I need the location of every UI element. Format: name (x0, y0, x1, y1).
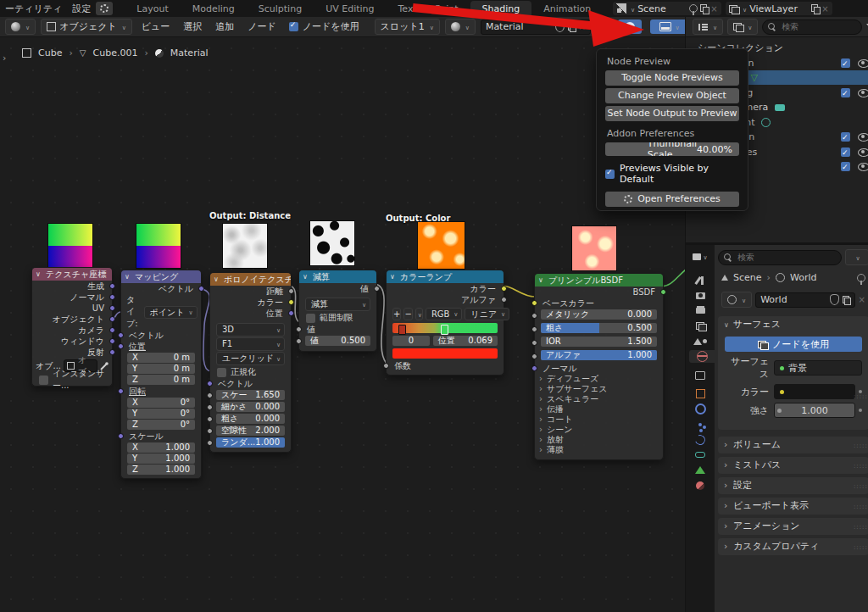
node-header[interactable]: カラーランプ (387, 270, 504, 283)
scale-z-field[interactable]: Z1.000 (127, 465, 195, 475)
breadcrumb-world[interactable]: World (790, 272, 817, 283)
math-operation-dropdown[interactable]: 減算 (305, 298, 370, 311)
exclude-checkbox[interactable] (841, 58, 850, 68)
exclude-checkbox[interactable] (841, 132, 850, 142)
voronoi-roughness-field[interactable]: 粗さ0.000 (216, 414, 285, 424)
exclude-checkbox[interactable] (841, 147, 850, 157)
node-header[interactable]: マッピング (121, 270, 201, 283)
strength-field[interactable]: 1.000 (774, 403, 855, 418)
properties-tab-world[interactable] (689, 350, 715, 363)
from-instancer-checkbox[interactable] (39, 376, 48, 385)
settings-gear-button[interactable] (96, 2, 113, 15)
properties-options-dropdown[interactable] (845, 249, 868, 265)
thumbnail-scale-slider[interactable]: Thumbnail Scale 40.00% (605, 142, 739, 156)
change-preview-object-button[interactable]: Change Preview Object (605, 88, 739, 103)
node-header[interactable]: プリンシプルBSDF (535, 274, 663, 287)
close-icon[interactable]: × (579, 22, 586, 31)
voronoi-scale-field[interactable]: スケール1.650 (216, 390, 285, 400)
properties-search-input[interactable] (736, 252, 824, 263)
node-principled-bsdf[interactable]: プリンシプルBSDF BSDF ベースカラー メタリック0.000 粗さ0.50… (534, 273, 664, 460)
node-color-ramp[interactable]: カラーランプ カラー アルファ + − RGB リニア 0 位置0.069 係数 (386, 270, 504, 376)
socket[interactable] (109, 305, 115, 311)
tab-layout[interactable]: Layout (125, 1, 180, 17)
socket[interactable] (531, 340, 537, 346)
node-math-subtract[interactable]: 減算 値 減算 範囲制限 値 値0.500 (298, 270, 377, 352)
location-y-field[interactable]: Y0 m (127, 364, 195, 374)
socket[interactable] (118, 433, 124, 439)
properties-tab-constraints[interactable] (691, 448, 709, 461)
roughness-slider[interactable]: 粗さ0.500 (541, 323, 657, 333)
tab-texture-paint[interactable]: Texture Paint (387, 1, 470, 17)
overlay-toggle-button[interactable] (591, 19, 615, 35)
socket[interactable] (660, 289, 666, 295)
mapping-type-dropdown[interactable]: ポイント (144, 306, 198, 319)
properties-editor-type-button[interactable] (691, 250, 709, 263)
copy-icon[interactable] (843, 296, 850, 304)
voronoi-detail-field[interactable]: 細かさ0.000 (216, 402, 285, 412)
color-ramp-gradient[interactable] (392, 323, 498, 333)
ior-slider[interactable]: IOR1.500 (541, 337, 657, 347)
alpha-slider[interactable]: アルファ1.000 (541, 350, 657, 360)
clamp-checkbox[interactable] (306, 314, 315, 323)
copy-icon[interactable] (700, 4, 708, 13)
scale-y-field[interactable]: Y1.000 (127, 453, 195, 464)
socket[interactable] (109, 294, 115, 300)
fake-user-shield-icon[interactable] (555, 21, 565, 32)
stop-position-field[interactable]: 位置0.069 (433, 336, 498, 346)
tab-shading[interactable]: Shading (470, 1, 532, 17)
outliner-display-mode-dropdown[interactable] (693, 19, 723, 35)
socket[interactable] (296, 326, 302, 332)
voronoi-randomness-field[interactable]: ランダ...1.000 (216, 437, 285, 448)
browse-world-button[interactable] (721, 292, 752, 308)
world-color-swatch[interactable] (774, 384, 855, 399)
section-transmission[interactable]: 伝播 (535, 404, 663, 414)
outliner-search[interactable] (762, 19, 862, 35)
rotation-y-field[interactable]: Y0° (127, 409, 195, 419)
voronoi-metric-dropdown[interactable]: ユークリッド (216, 352, 285, 365)
panel-viewport-display[interactable]: ビューポート表示 (718, 498, 868, 515)
metallic-slider[interactable]: メタリック0.000 (541, 309, 657, 320)
socket[interactable] (109, 349, 115, 355)
socket[interactable] (531, 353, 537, 359)
panel-settings[interactable]: 設定 (718, 477, 868, 494)
pin-icon[interactable] (857, 274, 865, 282)
properties-tab-material[interactable] (691, 479, 709, 492)
tab-uv-editing[interactable]: UV Editing (314, 1, 386, 17)
node-header[interactable]: ボロノイテクスチャ (210, 273, 291, 286)
eye-icon[interactable] (858, 59, 868, 68)
close-icon[interactable]: × (859, 295, 865, 304)
copy-icon[interactable] (811, 4, 819, 13)
socket[interactable] (207, 440, 213, 446)
copy-icon[interactable] (568, 23, 576, 31)
drag-grip-icon[interactable] (854, 393, 864, 398)
properties-tab-tool[interactable] (691, 274, 709, 287)
section-thin-film[interactable]: 薄膜 (535, 445, 663, 455)
location-x-field[interactable]: X0 m (127, 353, 195, 363)
world-name-field[interactable]: World (755, 292, 854, 308)
panel-volume[interactable]: ボリューム (718, 437, 868, 453)
eye-icon[interactable] (858, 133, 868, 142)
node-mapping[interactable]: マッピング ベクトル タイプ: ポイント ベクトル 位置 X0 m Y0 m Z… (120, 270, 202, 479)
properties-tab-collection[interactable] (691, 369, 709, 381)
socket[interactable] (501, 297, 507, 303)
tab-sculpting[interactable]: Sculpting (247, 1, 314, 17)
section-diffuse[interactable]: ディフューズ (535, 374, 663, 384)
socket[interactable] (207, 416, 213, 422)
socket[interactable] (198, 286, 204, 292)
animate-decorator[interactable] (859, 409, 862, 412)
socket[interactable] (118, 343, 124, 349)
math-value-field[interactable]: 値0.500 (305, 336, 370, 346)
socket[interactable] (109, 338, 115, 344)
socket[interactable] (118, 332, 124, 338)
voronoi-dimensions-dropdown[interactable]: 3D (216, 323, 285, 337)
scale-x-field[interactable]: X1.000 (127, 442, 195, 453)
properties-search[interactable] (718, 250, 842, 265)
node-header[interactable]: 減算 (299, 270, 376, 283)
outliner-search-input[interactable] (780, 21, 856, 32)
section-subsurface[interactable]: サブサーフェス (535, 384, 663, 394)
panel-custom-properties[interactable]: カスタムプロパティ (718, 538, 868, 555)
properties-tab-data[interactable] (691, 464, 709, 476)
close-icon[interactable]: × (710, 4, 717, 14)
ramp-stop-green[interactable] (441, 325, 448, 335)
material-name-field[interactable]: Material × (481, 19, 591, 35)
